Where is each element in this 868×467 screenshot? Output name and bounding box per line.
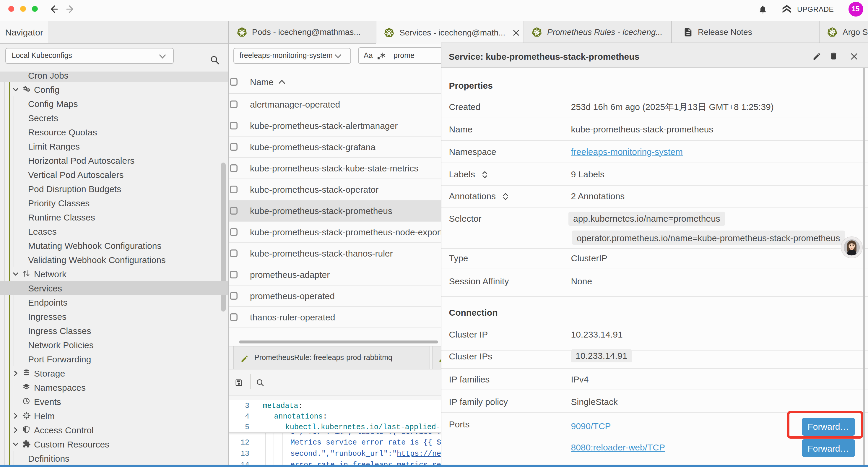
svg-text:H: H [25, 415, 27, 417]
